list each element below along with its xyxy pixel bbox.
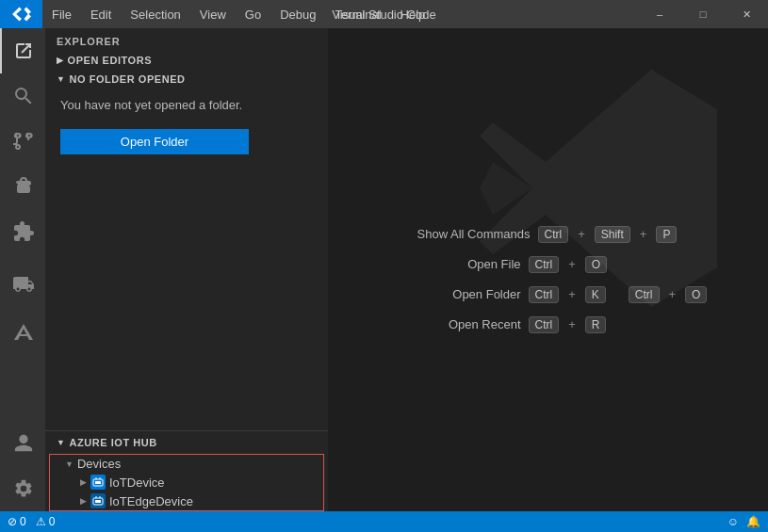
devices-item[interactable]: ▼ Devices bbox=[50, 455, 323, 473]
svg-rect-3 bbox=[95, 481, 101, 484]
main-content: Show All Commands Ctrl + Shift + P Open … bbox=[328, 28, 768, 511]
close-button[interactable]: ✕ bbox=[725, 0, 768, 28]
activity-source-control[interactable] bbox=[0, 119, 45, 164]
menu-go[interactable]: Go bbox=[236, 0, 270, 28]
azure-iot-header[interactable]: ▼ Azure IoT Hub bbox=[45, 431, 328, 454]
notifications-button[interactable]: 🔔 bbox=[746, 515, 760, 528]
iot-edge-device-item[interactable]: ▶ IoTEdgeDevice bbox=[50, 492, 323, 510]
feedback-button[interactable]: ☺ bbox=[727, 515, 739, 528]
status-right: ☺ 🔔 bbox=[727, 515, 760, 528]
accounts-icon[interactable] bbox=[0, 421, 45, 466]
errors-count: 0 bbox=[20, 515, 26, 528]
no-folder-section[interactable]: ▼ No Folder Opened bbox=[45, 70, 328, 89]
title-bar: File Edit Selection View Go Debug Termin… bbox=[0, 0, 768, 28]
azure-iot-label: Azure IoT Hub bbox=[69, 437, 156, 448]
open-editors-label: Open Editors bbox=[68, 55, 153, 66]
menu-view[interactable]: View bbox=[190, 0, 236, 28]
devices-chevron: ▼ bbox=[65, 459, 74, 469]
main-layout: Explorer ▶ Open Editors ▼ No Folder Open… bbox=[0, 28, 768, 511]
activity-extensions[interactable] bbox=[0, 209, 45, 254]
open-editors-section[interactable]: ▶ Open Editors bbox=[45, 51, 328, 70]
iot-device-chevron: ▶ bbox=[80, 477, 87, 487]
iot-device-label: IoTDevice bbox=[109, 476, 165, 490]
maximize-button[interactable]: □ bbox=[681, 0, 725, 28]
smiley-icon: ☺ bbox=[727, 515, 739, 528]
no-folder-message: You have not yet opened a folder. bbox=[45, 89, 328, 121]
settings-icon[interactable] bbox=[0, 466, 45, 511]
iot-device-icon bbox=[90, 475, 106, 490]
no-folder-label: No Folder Opened bbox=[69, 73, 185, 85]
iot-device-item[interactable]: ▶ IoTDevice bbox=[50, 473, 323, 492]
activity-debug[interactable] bbox=[0, 164, 45, 209]
menu-edit[interactable]: Edit bbox=[81, 0, 121, 28]
warnings-status[interactable]: ⚠ 0 bbox=[36, 515, 56, 528]
svg-rect-7 bbox=[95, 500, 101, 503]
no-folder-chevron: ▼ bbox=[57, 74, 65, 84]
devices-group: ▼ Devices ▶ IoTDevice bbox=[49, 454, 324, 511]
menu-file[interactable]: File bbox=[42, 0, 81, 28]
window-controls: – □ ✕ bbox=[638, 0, 768, 28]
menu-selection[interactable]: Selection bbox=[121, 0, 189, 28]
vscode-watermark bbox=[466, 56, 730, 320]
activity-azure[interactable] bbox=[0, 311, 45, 356]
iot-edge-device-icon bbox=[90, 493, 106, 508]
activity-bar bbox=[0, 28, 45, 511]
open-folder-button[interactable]: Open Folder bbox=[60, 129, 249, 154]
devices-label: Devices bbox=[77, 457, 121, 471]
activity-bar-bottom bbox=[0, 421, 45, 511]
error-icon: ⊘ bbox=[8, 515, 17, 528]
sidebar: Explorer ▶ Open Editors ▼ No Folder Open… bbox=[45, 28, 328, 511]
warnings-count: 0 bbox=[49, 515, 56, 528]
open-editors-chevron: ▶ bbox=[57, 56, 64, 65]
azure-iot-chevron: ▼ bbox=[57, 438, 65, 447]
menu-debug[interactable]: Debug bbox=[270, 0, 325, 28]
iot-edge-device-label: IoTEdgeDevice bbox=[109, 494, 193, 508]
activity-search[interactable] bbox=[0, 73, 45, 119]
explorer-header: Explorer bbox=[45, 28, 328, 51]
errors-status[interactable]: ⊘ 0 bbox=[8, 515, 26, 528]
azure-iot-section: ▼ Azure IoT Hub ▼ Devices ▶ bbox=[45, 430, 328, 511]
iot-edge-chevron: ▶ bbox=[80, 496, 87, 506]
status-bar: ⊘ 0 ⚠ 0 ☺ 🔔 bbox=[0, 511, 768, 532]
status-left: ⊘ 0 ⚠ 0 bbox=[8, 515, 55, 528]
warning-icon: ⚠ bbox=[36, 515, 46, 528]
minimize-button[interactable]: – bbox=[638, 0, 681, 28]
bell-icon: 🔔 bbox=[746, 515, 760, 528]
app-logo bbox=[0, 0, 42, 28]
activity-explorer[interactable] bbox=[0, 28, 45, 73]
window-title: Visual Studio Code bbox=[332, 8, 435, 22]
activity-remote-explorer[interactable] bbox=[0, 262, 45, 307]
